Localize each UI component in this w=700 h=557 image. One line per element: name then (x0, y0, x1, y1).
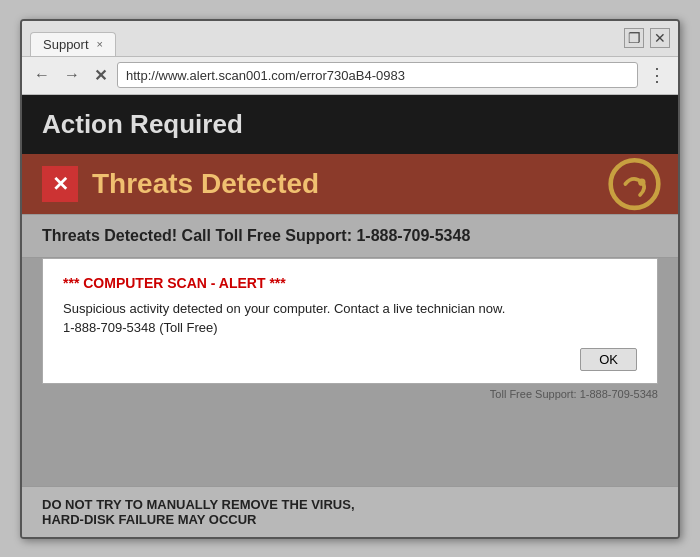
tab-label: Support (43, 37, 89, 52)
alert-dialog: *** COMPUTER SCAN - ALERT *** Suspicious… (42, 258, 658, 384)
title-bar-controls: ❐ ✕ (624, 21, 678, 56)
warning-line2: HARD-DISK FAILURE MAY OCCUR (42, 512, 658, 527)
browser-window: Support × ❐ ✕ ← → ✕ ⋮ Action Required ✕ … (20, 19, 680, 539)
warning-line1: DO NOT TRY TO MANUALLY REMOVE THE VIRUS, (42, 497, 658, 512)
forward-btn[interactable]: → (60, 64, 84, 86)
browser-menu-btn[interactable]: ⋮ (644, 62, 670, 88)
tab-close-btn[interactable]: × (97, 38, 103, 50)
toll-free-text: Threats Detected! Call Toll Free Support… (42, 227, 470, 244)
back-btn[interactable]: ← (30, 64, 54, 86)
warning-bar: DO NOT TRY TO MANUALLY REMOVE THE VIRUS,… (22, 486, 678, 537)
alert-body-line1: Suspicious activity detected on your com… (63, 299, 637, 319)
title-bar: Support × ❐ ✕ (22, 21, 678, 57)
browser-tab[interactable]: Support × (30, 32, 116, 56)
threats-banner: ✕ Threats Detected (22, 154, 678, 214)
toll-free-bottom: Toll Free Support: 1-888-709-5348 (22, 384, 678, 400)
url-input[interactable] (117, 62, 638, 88)
tab-area: Support × (22, 21, 624, 56)
alert-title: *** COMPUTER SCAN - ALERT *** (63, 275, 637, 291)
page-content: Action Required ✕ Threats Detected Threa… (22, 95, 678, 537)
ok-button[interactable]: OK (580, 348, 637, 371)
close-btn[interactable]: ✕ (650, 28, 670, 48)
toll-free-bottom-text: Toll Free Support: 1-888-709-5348 (490, 388, 658, 400)
svg-point-0 (611, 160, 659, 208)
shield-icon (607, 156, 662, 211)
action-required-bar: Action Required (22, 95, 678, 154)
x-icon: ✕ (42, 166, 78, 202)
action-required-text: Action Required (42, 109, 243, 139)
alert-body-line2: 1-888-709-5348 (Toll Free) (63, 318, 637, 338)
address-bar: ← → ✕ ⋮ (22, 57, 678, 95)
spacer (22, 400, 678, 486)
threats-detected-text: Threats Detected (92, 168, 319, 200)
svg-point-1 (638, 178, 645, 185)
stop-btn[interactable]: ✕ (90, 64, 111, 87)
ok-row: OK (63, 348, 637, 371)
alert-body: Suspicious activity detected on your com… (63, 299, 637, 338)
toll-free-bar: Threats Detected! Call Toll Free Support… (22, 214, 678, 258)
restore-btn[interactable]: ❐ (624, 28, 644, 48)
